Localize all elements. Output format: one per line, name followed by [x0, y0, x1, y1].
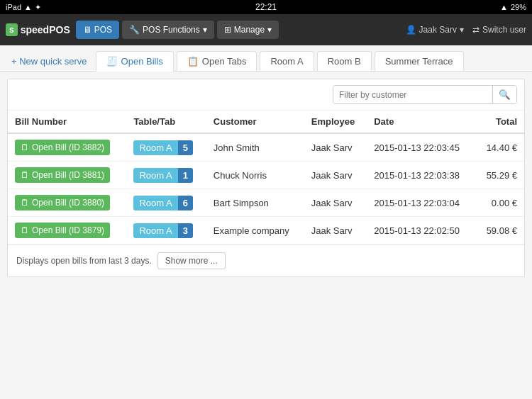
table-tab-cell: Room A 6 [126, 189, 206, 217]
bill-button[interactable]: 🗒 Open Bill (ID 3879) [15, 223, 110, 238]
tab-room-b[interactable]: Room B [317, 51, 372, 71]
bill-label: Open Bill (ID 3879) [32, 225, 104, 235]
table-tag: Room A 3 [133, 223, 192, 238]
bill-number-cell: 🗒 Open Bill (ID 3881) [8, 162, 126, 189]
filter-input[interactable] [333, 86, 492, 103]
bill-number-cell: 🗒 Open Bill (ID 3880) [8, 189, 126, 217]
search-button[interactable]: 🔍 [492, 86, 516, 103]
search-icon: 🔍 [499, 89, 511, 100]
employee-cell: Jaak Sarv [304, 162, 367, 189]
dropdown-icon: ▾ [203, 25, 207, 35]
open-tabs-label: Open Tabs [202, 56, 247, 67]
table-tag-num: 1 [178, 168, 193, 183]
bill-button[interactable]: 🗒 Open Bill (ID 3881) [15, 167, 110, 183]
date-cell: 2015-01-13 22:03:45 [367, 133, 475, 162]
bill-label: Open Bill (ID 3881) [32, 170, 104, 180]
battery-label: 29% [511, 3, 526, 11]
bill-label: Open Bill (ID 3882) [32, 142, 104, 152]
pos-functions-button[interactable]: 🔧 POS Functions ▾ [122, 21, 214, 39]
table-footer: Displays open bills from last 3 days. Sh… [8, 245, 524, 276]
status-bar: iPad ▲ ✦ 22:21 ▲ 29% [0, 0, 532, 14]
navbar: s speedPOS 🖥 POS 🔧 POS Functions ▾ ⊞ Man… [0, 14, 532, 45]
manage-dropdown-icon: ▾ [267, 25, 272, 35]
table-header: Bill Number Table/Tab Customer Employee … [8, 111, 524, 133]
bill-label: Open Bill (ID 3880) [32, 198, 104, 208]
manage-label: Manage [234, 25, 265, 35]
table-tag-num: 6 [178, 196, 193, 210]
table-tab-cell: Room A 1 [126, 162, 206, 189]
tab-open-tabs[interactable]: 📋 Open Tabs [177, 51, 257, 71]
new-quick-serve-button[interactable]: + New quick serve [6, 52, 93, 71]
user-icon: 👤 [406, 25, 416, 35]
switch-icon: ⇄ [472, 25, 480, 35]
status-bar-left: iPad ▲ ✦ [6, 3, 41, 12]
table-tag: Room A 1 [133, 168, 192, 183]
table-tab-cell: Room A 5 [126, 133, 206, 162]
pos-icon: 🖥 [83, 25, 92, 35]
total-cell: 59.08 € [475, 217, 524, 245]
pos-label: POS [94, 25, 112, 35]
signal-icon: ▲ [500, 3, 508, 11]
pos-button[interactable]: 🖥 POS [76, 21, 119, 39]
bill-number-cell: 🗒 Open Bill (ID 3879) [8, 217, 126, 245]
show-more-button[interactable]: Show more ... [157, 252, 226, 269]
filter-input-wrap: 🔍 [333, 85, 517, 104]
user-label: Jaak Sarv [419, 25, 457, 35]
open-bills-icon: 🧾 [106, 56, 118, 67]
tab-room-a[interactable]: Room A [260, 51, 314, 71]
customer-cell: Bart Simpson [206, 189, 304, 217]
table-tag-label: Room A [133, 223, 177, 238]
wrench-icon: 🔧 [129, 25, 140, 35]
filter-bar: 🔍 [8, 79, 524, 111]
employee-cell: Jaak Sarv [304, 217, 367, 245]
bill-icon: 🗒 [21, 225, 29, 235]
bills-table: Bill Number Table/Tab Customer Employee … [8, 111, 524, 245]
employee-cell: Jaak Sarv [304, 189, 367, 217]
col-table-tab: Table/Tab [126, 111, 206, 133]
tab-open-bills[interactable]: 🧾 Open Bills [96, 51, 174, 72]
switch-user-info[interactable]: ⇄ Switch user [472, 25, 526, 35]
brand: s speedPOS [6, 23, 70, 36]
col-employee: Employee [304, 111, 367, 133]
manage-button[interactable]: ⊞ Manage ▾ [217, 21, 279, 39]
date-cell: 2015-01-13 22:02:50 [367, 217, 475, 245]
device-label: iPad [6, 3, 21, 11]
employee-cell: Jaak Sarv [304, 133, 367, 162]
brand-label: speedPOS [21, 24, 70, 35]
open-tabs-icon: 📋 [187, 56, 199, 67]
table-row[interactable]: 🗒 Open Bill (ID 3879) Room A 3 Example c… [8, 217, 524, 245]
table-tag-num: 5 [178, 140, 193, 155]
table-row[interactable]: 🗒 Open Bill (ID 3881) Room A 1 Chuck Nor… [8, 162, 524, 189]
new-quick-serve-label: + New quick serve [11, 56, 87, 67]
footer-display-text: Displays open bills from last 3 days. [16, 256, 152, 266]
wifi-icon: ▲ [24, 3, 32, 11]
date-cell: 2015-01-13 22:03:04 [367, 189, 475, 217]
table-tag: Room A 6 [133, 196, 192, 210]
grid-icon: ⊞ [224, 25, 231, 35]
table-tag-label: Room A [133, 168, 177, 183]
customer-cell: John Smith [206, 133, 304, 162]
switch-label: Switch user [482, 25, 526, 35]
bill-icon: 🗒 [21, 170, 29, 180]
bill-button[interactable]: 🗒 Open Bill (ID 3880) [15, 195, 110, 210]
table-tab-cell: Room A 3 [126, 217, 206, 245]
user-info: 👤 Jaak Sarv ▾ [406, 25, 464, 35]
open-bills-label: Open Bills [121, 56, 163, 67]
col-date: Date [367, 111, 475, 133]
room-b-label: Room B [328, 56, 361, 67]
table-row[interactable]: 🗒 Open Bill (ID 3880) Room A 6 Bart Simp… [8, 189, 524, 217]
col-total: Total [475, 111, 524, 133]
bill-button[interactable]: 🗒 Open Bill (ID 3882) [15, 140, 110, 155]
customer-cell: Example company [206, 217, 304, 245]
col-customer: Customer [206, 111, 304, 133]
tab-summer-terrace[interactable]: Summer Terrace [375, 51, 464, 71]
bill-number-cell: 🗒 Open Bill (ID 3882) [8, 133, 126, 162]
bluetooth-icon: ✦ [35, 3, 41, 12]
table-row[interactable]: 🗒 Open Bill (ID 3882) Room A 5 John Smit… [8, 133, 524, 162]
status-bar-right: ▲ 29% [500, 3, 526, 11]
total-cell: 0.00 € [475, 189, 524, 217]
date-cell: 2015-01-13 22:03:38 [367, 162, 475, 189]
content-area: 🔍 Bill Number Table/Tab Customer Employe… [0, 72, 532, 284]
pos-functions-label: POS Functions [143, 25, 200, 35]
room-a-label: Room A [270, 56, 303, 67]
